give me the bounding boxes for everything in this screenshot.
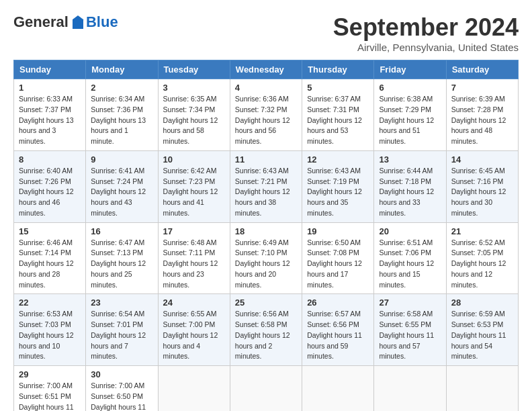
day-info: Sunrise: 6:33 AM Sunset: 7:37 PM Dayligh… [19,94,81,147]
calendar-week-5: 29 Sunrise: 7:00 AM Sunset: 6:51 PM Dayl… [14,366,519,412]
calendar-cell [374,366,446,412]
day-info: Sunrise: 6:46 AM Sunset: 7:14 PM Dayligh… [19,238,81,291]
calendar-cell: 18 Sunrise: 6:49 AM Sunset: 7:10 PM Dayl… [230,222,302,294]
day-info: Sunrise: 6:54 AM Sunset: 7:01 PM Dayligh… [91,309,152,362]
calendar-cell: 13 Sunrise: 6:44 AM Sunset: 7:18 PM Dayl… [374,150,446,222]
header-saturday: Saturday [446,60,518,79]
calendar-cell: 30 Sunrise: 7:00 AM Sunset: 6:50 PM Dayl… [86,366,158,412]
day-number: 13 [379,154,441,165]
calendar-cell: 16 Sunrise: 6:47 AM Sunset: 7:13 PM Dayl… [86,222,158,294]
day-number: 26 [307,298,369,308]
day-number: 23 [91,298,152,308]
day-info: Sunrise: 6:47 AM Sunset: 7:13 PM Dayligh… [91,238,152,291]
calendar-cell [302,366,374,412]
calendar-cell: 28 Sunrise: 6:59 AM Sunset: 6:53 PM Dayl… [446,294,518,366]
day-info: Sunrise: 7:00 AM Sunset: 6:50 PM Dayligh… [91,381,152,411]
page-header: General Blue September 2024 Airville, Pe… [13,13,519,53]
day-info: Sunrise: 6:44 AM Sunset: 7:18 PM Dayligh… [379,166,441,219]
day-number: 5 [307,83,369,93]
day-number: 3 [163,83,225,93]
day-info: Sunrise: 6:45 AM Sunset: 7:16 PM Dayligh… [451,166,513,219]
day-info: Sunrise: 6:36 AM Sunset: 7:32 PM Dayligh… [235,94,297,147]
day-info: Sunrise: 6:34 AM Sunset: 7:36 PM Dayligh… [91,94,152,147]
calendar-cell: 27 Sunrise: 6:58 AM Sunset: 6:55 PM Dayl… [374,294,446,366]
calendar-cell: 21 Sunrise: 6:52 AM Sunset: 7:05 PM Dayl… [446,222,518,294]
day-info: Sunrise: 6:56 AM Sunset: 6:58 PM Dayligh… [235,309,297,362]
day-info: Sunrise: 6:59 AM Sunset: 6:53 PM Dayligh… [451,309,513,362]
logo-icon [70,14,86,30]
calendar-week-3: 15 Sunrise: 6:46 AM Sunset: 7:14 PM Dayl… [14,222,519,294]
calendar-cell: 20 Sunrise: 6:51 AM Sunset: 7:06 PM Dayl… [374,222,446,294]
calendar-cell: 29 Sunrise: 7:00 AM Sunset: 6:51 PM Dayl… [14,366,86,412]
day-info: Sunrise: 6:48 AM Sunset: 7:11 PM Dayligh… [163,238,225,291]
calendar-cell: 25 Sunrise: 6:56 AM Sunset: 6:58 PM Dayl… [230,294,302,366]
day-info: Sunrise: 6:42 AM Sunset: 7:23 PM Dayligh… [163,166,225,219]
day-number: 15 [19,226,81,236]
calendar-cell: 17 Sunrise: 6:48 AM Sunset: 7:11 PM Dayl… [158,222,230,294]
calendar-table: Sunday Monday Tuesday Wednesday Thursday… [13,60,519,411]
header-tuesday: Tuesday [158,60,230,79]
day-info: Sunrise: 6:57 AM Sunset: 6:56 PM Dayligh… [307,309,369,362]
day-number: 14 [451,154,513,165]
calendar-cell: 24 Sunrise: 6:55 AM Sunset: 7:00 PM Dayl… [158,294,230,366]
calendar-week-2: 8 Sunrise: 6:40 AM Sunset: 7:26 PM Dayli… [14,150,519,222]
logo: General Blue [13,13,118,31]
day-number: 12 [307,154,369,165]
calendar-cell: 12 Sunrise: 6:43 AM Sunset: 7:19 PM Dayl… [302,150,374,222]
day-info: Sunrise: 6:35 AM Sunset: 7:34 PM Dayligh… [163,94,225,147]
day-number: 7 [451,83,513,93]
day-number: 24 [163,298,225,308]
day-info: Sunrise: 6:51 AM Sunset: 7:06 PM Dayligh… [379,238,441,291]
calendar-cell: 3 Sunrise: 6:35 AM Sunset: 7:34 PM Dayli… [158,79,230,151]
calendar-week-4: 22 Sunrise: 6:53 AM Sunset: 7:03 PM Dayl… [14,294,519,366]
header-monday: Monday [86,60,158,79]
calendar-cell: 9 Sunrise: 6:41 AM Sunset: 7:24 PM Dayli… [86,150,158,222]
day-number: 16 [91,226,152,236]
day-info: Sunrise: 6:41 AM Sunset: 7:24 PM Dayligh… [91,166,152,219]
header-friday: Friday [374,60,446,79]
day-info: Sunrise: 6:40 AM Sunset: 7:26 PM Dayligh… [19,166,81,219]
calendar-cell: 6 Sunrise: 6:38 AM Sunset: 7:29 PM Dayli… [374,79,446,151]
day-number: 9 [91,154,152,165]
day-info: Sunrise: 6:43 AM Sunset: 7:19 PM Dayligh… [307,166,369,219]
day-number: 8 [19,154,81,165]
day-info: Sunrise: 6:52 AM Sunset: 7:05 PM Dayligh… [451,238,513,291]
day-info: Sunrise: 6:43 AM Sunset: 7:21 PM Dayligh… [235,166,297,219]
calendar-cell: 22 Sunrise: 6:53 AM Sunset: 7:03 PM Dayl… [14,294,86,366]
day-number: 11 [235,154,297,165]
day-info: Sunrise: 6:49 AM Sunset: 7:10 PM Dayligh… [235,238,297,291]
day-info: Sunrise: 6:39 AM Sunset: 7:28 PM Dayligh… [451,94,513,147]
day-number: 29 [19,369,81,379]
month-title: September 2024 [333,13,519,42]
day-number: 10 [163,154,225,165]
calendar-cell: 10 Sunrise: 6:42 AM Sunset: 7:23 PM Dayl… [158,150,230,222]
calendar-cell: 7 Sunrise: 6:39 AM Sunset: 7:28 PM Dayli… [446,79,518,151]
logo-general-text: General [13,13,69,31]
day-number: 22 [19,298,81,308]
calendar-cell: 15 Sunrise: 6:46 AM Sunset: 7:14 PM Dayl… [14,222,86,294]
header-thursday: Thursday [302,60,374,79]
day-info: Sunrise: 6:37 AM Sunset: 7:31 PM Dayligh… [307,94,369,147]
day-info: Sunrise: 6:38 AM Sunset: 7:29 PM Dayligh… [379,94,441,147]
day-number: 17 [163,226,225,236]
title-area: September 2024 Airville, Pennsylvania, U… [333,13,519,53]
day-info: Sunrise: 7:00 AM Sunset: 6:51 PM Dayligh… [19,381,81,411]
calendar-header-row: Sunday Monday Tuesday Wednesday Thursday… [14,60,519,79]
calendar-cell: 4 Sunrise: 6:36 AM Sunset: 7:32 PM Dayli… [230,79,302,151]
day-number: 6 [379,83,441,93]
calendar-cell [446,366,518,412]
day-info: Sunrise: 6:50 AM Sunset: 7:08 PM Dayligh… [307,238,369,291]
location-text: Airville, Pennsylvania, United States [333,42,519,53]
day-number: 20 [379,226,441,236]
day-number: 25 [235,298,297,308]
day-info: Sunrise: 6:55 AM Sunset: 7:00 PM Dayligh… [163,309,225,362]
calendar-cell: 26 Sunrise: 6:57 AM Sunset: 6:56 PM Dayl… [302,294,374,366]
day-number: 19 [307,226,369,236]
calendar-cell: 23 Sunrise: 6:54 AM Sunset: 7:01 PM Dayl… [86,294,158,366]
calendar-week-1: 1 Sunrise: 6:33 AM Sunset: 7:37 PM Dayli… [14,79,519,151]
logo-blue-text: Blue [86,13,118,31]
calendar-cell: 14 Sunrise: 6:45 AM Sunset: 7:16 PM Dayl… [446,150,518,222]
calendar-cell [230,366,302,412]
calendar-cell [158,366,230,412]
day-number: 21 [451,226,513,236]
